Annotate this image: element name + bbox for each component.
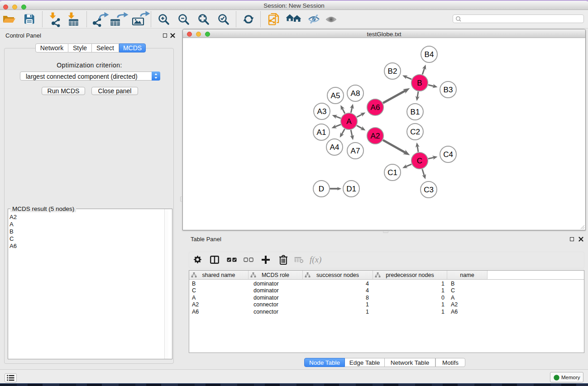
svg-text:B3: B3 — [444, 86, 453, 94]
svg-text:A3: A3 — [317, 107, 327, 116]
svg-text:A5: A5 — [331, 91, 340, 100]
svg-text:D1: D1 — [346, 185, 356, 193]
svg-text:A7: A7 — [351, 147, 360, 155]
svg-text:A4: A4 — [330, 143, 339, 152]
svg-text:C4: C4 — [443, 150, 453, 159]
svg-text:C1: C1 — [387, 168, 397, 177]
svg-text:A8: A8 — [351, 89, 360, 98]
svg-text:B4: B4 — [425, 50, 434, 59]
svg-text:B: B — [417, 79, 422, 87]
svg-text:f(x): f(x) — [310, 255, 321, 265]
svg-text:B2: B2 — [388, 67, 397, 76]
svg-text:A2: A2 — [371, 132, 380, 140]
svg-text:C: C — [417, 157, 422, 165]
svg-text:A1: A1 — [317, 128, 326, 137]
svg-text:A6: A6 — [371, 103, 380, 112]
svg-text:C2: C2 — [410, 128, 420, 136]
svg-text:C3: C3 — [424, 186, 434, 194]
svg-text:D: D — [319, 185, 324, 193]
svg-text:B1: B1 — [411, 108, 420, 116]
svg-text:A: A — [346, 117, 352, 126]
